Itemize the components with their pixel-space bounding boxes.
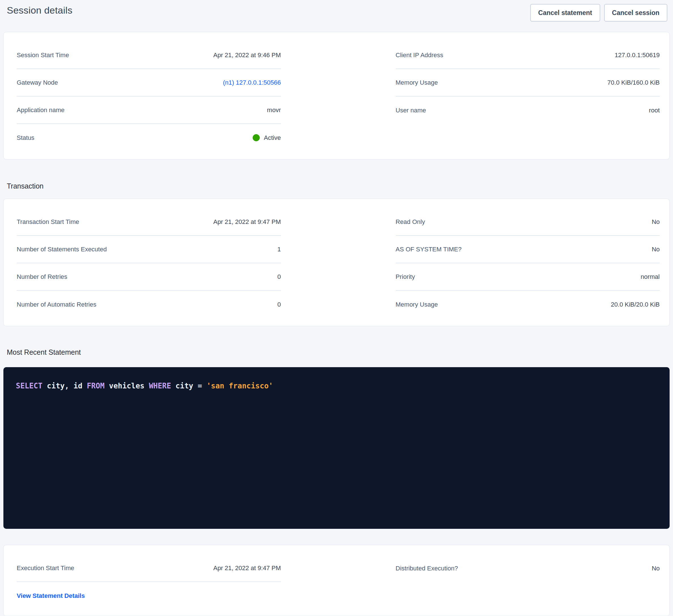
kv-row-priority: Prioritynormal xyxy=(396,263,660,291)
kv-row-number-of-automatic-retries: Number of Automatic Retries0 xyxy=(17,291,281,318)
gateway-node-value-link[interactable]: (n1) 127.0.0.1:50566 xyxy=(223,79,281,86)
sql-statement: SELECT city, id FROM vehicles WHERE city… xyxy=(16,380,657,391)
execution-card-left-column: Execution Start TimeApr 21, 2022 at 9:47… xyxy=(17,555,281,609)
transaction-card: Transaction Start TimeApr 21, 2022 at 9:… xyxy=(3,199,670,326)
sql-code-block: SELECT city, id FROM vehicles WHERE city… xyxy=(3,367,670,529)
kv-row-user-name: User nameroot xyxy=(396,96,660,124)
execution-card-right-column: Distributed Execution?No xyxy=(396,555,660,609)
sql-token-keyword: SELECT xyxy=(16,382,42,390)
user-name-label: User name xyxy=(396,107,426,114)
sql-token-plain: vehicles xyxy=(104,382,149,390)
memory-usage-value: 70.0 KiB/160.0 KiB xyxy=(607,79,660,86)
sql-token-string: 'san francisco' xyxy=(207,382,273,390)
kv-row-client-ip-address: Client IP Address127.0.0.1:50619 xyxy=(396,42,660,69)
distributed-execution-label: Distributed Execution? xyxy=(396,565,458,572)
kv-row-status: StatusActive xyxy=(17,124,281,151)
memory-usage-value: 20.0 KiB/20.0 KiB xyxy=(611,301,660,308)
kv-row-transaction-start-time: Transaction Start TimeApr 21, 2022 at 9:… xyxy=(17,208,281,236)
session-start-time-value: Apr 21, 2022 at 9:46 PM xyxy=(213,51,281,59)
view-statement-details-link[interactable]: View Statement Details xyxy=(17,592,85,600)
distributed-execution-value: No xyxy=(652,565,660,572)
kv-row-number-of-retries: Number of Retries0 xyxy=(17,263,281,291)
read-only-label: Read Only xyxy=(396,218,425,226)
client-ip-address-label: Client IP Address xyxy=(396,51,443,59)
kv-row-memory-usage: Memory Usage70.0 KiB/160.0 KiB xyxy=(396,69,660,96)
transaction-section-heading: Transaction xyxy=(7,182,673,191)
sql-token-keyword: FROM xyxy=(87,382,104,390)
transaction-card-right-column: Read OnlyNoAS OF SYSTEM TIME?NoPriorityn… xyxy=(396,208,660,318)
status-badge: Active xyxy=(253,134,281,141)
kv-row-application-name: Application namemovr xyxy=(17,96,281,124)
execution-start-time-value: Apr 21, 2022 at 9:47 PM xyxy=(213,565,281,572)
status-label: Status xyxy=(17,134,34,141)
kv-row-session-start-time: Session Start TimeApr 21, 2022 at 9:46 P… xyxy=(17,42,281,69)
kv-row-view-statement-details: View Statement Details xyxy=(17,582,281,609)
status-text: Active xyxy=(264,134,281,141)
priority-value: normal xyxy=(641,273,660,281)
memory-usage-label: Memory Usage xyxy=(396,301,438,308)
session-start-time-label: Session Start Time xyxy=(17,51,69,59)
kv-row-distributed-execution: Distributed Execution?No xyxy=(396,555,660,582)
priority-label: Priority xyxy=(396,273,415,281)
page-title: Session details xyxy=(7,4,72,16)
kv-row-as-of-system-time: AS OF SYSTEM TIME?No xyxy=(396,236,660,263)
kv-row-execution-start-time: Execution Start TimeApr 21, 2022 at 9:47… xyxy=(17,555,281,582)
cancel-session-button[interactable]: Cancel session xyxy=(604,4,667,21)
header-actions: Cancel statement Cancel session xyxy=(530,4,667,21)
kv-row-read-only: Read OnlyNo xyxy=(396,208,660,236)
transaction-card-left-column: Transaction Start TimeApr 21, 2022 at 9:… xyxy=(17,208,281,318)
kv-row-gateway-node: Gateway Node(n1) 127.0.0.1:50566 xyxy=(17,69,281,96)
kv-row-memory-usage: Memory Usage20.0 KiB/20.0 KiB xyxy=(396,291,660,318)
kv-row-number-of-statements-executed: Number of Statements Executed1 xyxy=(17,236,281,263)
execution-card: Execution Start TimeApr 21, 2022 at 9:47… xyxy=(3,545,670,616)
number-of-retries-label: Number of Retries xyxy=(17,273,67,281)
user-name-value: root xyxy=(649,107,660,114)
number-of-retries-value: 0 xyxy=(277,273,281,281)
session-card-left-column: Session Start TimeApr 21, 2022 at 9:46 P… xyxy=(17,42,281,151)
client-ip-address-value: 127.0.0.1:50619 xyxy=(615,51,660,59)
read-only-value: No xyxy=(652,218,660,226)
application-name-value: movr xyxy=(267,106,281,114)
execution-start-time-label: Execution Start Time xyxy=(17,565,74,572)
gateway-node-label: Gateway Node xyxy=(17,79,58,86)
number-of-statements-executed-label: Number of Statements Executed xyxy=(17,246,107,253)
status-active-dot-icon xyxy=(253,134,260,141)
transaction-start-time-label: Transaction Start Time xyxy=(17,218,79,226)
cancel-statement-button[interactable]: Cancel statement xyxy=(530,4,600,21)
session-card-right-column: Client IP Address127.0.0.1:50619Memory U… xyxy=(396,42,660,151)
session-details-card: Session Start TimeApr 21, 2022 at 9:46 P… xyxy=(3,32,670,160)
number-of-statements-executed-value: 1 xyxy=(277,246,281,253)
application-name-label: Application name xyxy=(17,106,64,114)
number-of-automatic-retries-value: 0 xyxy=(277,301,281,308)
number-of-automatic-retries-label: Number of Automatic Retries xyxy=(17,301,96,308)
memory-usage-label: Memory Usage xyxy=(396,79,438,86)
page-header: Session details Cancel statement Cancel … xyxy=(0,0,673,23)
as-of-system-time-label: AS OF SYSTEM TIME? xyxy=(396,246,462,253)
transaction-start-time-value: Apr 21, 2022 at 9:47 PM xyxy=(213,218,281,226)
statement-section-heading: Most Recent Statement xyxy=(7,348,673,357)
as-of-system-time-value: No xyxy=(652,246,660,253)
sql-token-plain: city = xyxy=(171,382,207,390)
sql-token-keyword: WHERE xyxy=(149,382,171,390)
sql-token-plain: city, id xyxy=(42,382,87,390)
